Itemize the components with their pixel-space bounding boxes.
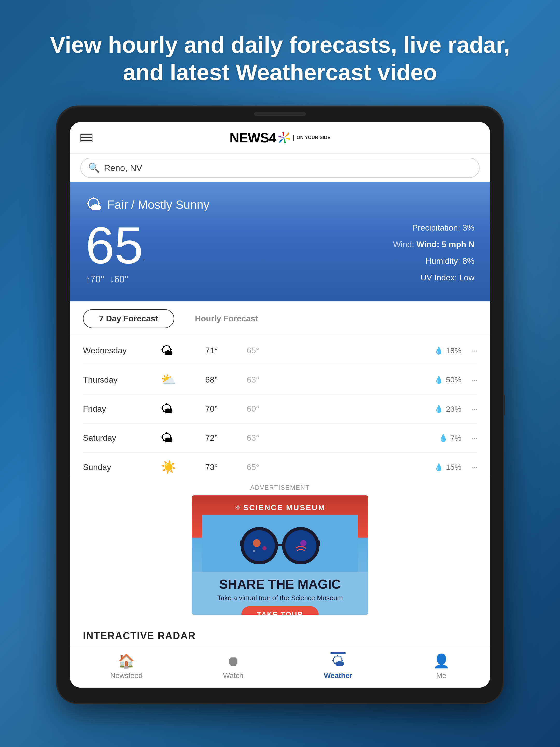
weather-label: Weather <box>324 671 352 680</box>
day-more-options[interactable]: ··· <box>461 404 477 414</box>
day-high-temp: 68° <box>187 375 218 385</box>
day-low-temp: 60° <box>228 404 259 414</box>
weather-condition-icon: 🌤 <box>85 195 102 214</box>
ad-section: ADVERTISEMENT ⚛ SCIENCE MUSEUM <box>70 476 490 622</box>
weather-active-bar <box>330 652 346 654</box>
weather-hero: 🌤 Fair / Mostly Sunny 65° ↑70° ↓60° Prec… <box>70 182 490 301</box>
svg-point-4 <box>253 550 256 552</box>
condition-label: Fair / Mostly Sunny <box>107 198 210 212</box>
day-precip: 💧15% <box>259 463 461 471</box>
weather-stats: Precipitation: 3% Wind: Wind: 5 mph N Hu… <box>393 220 475 286</box>
ad-label: ADVERTISEMENT <box>78 484 482 491</box>
me-icon: 👤 <box>433 653 450 669</box>
nav-item-watch[interactable]: ⏺ Watch <box>223 653 243 680</box>
ad-atom-icon: ⚛ <box>235 504 243 512</box>
nav-item-weather[interactable]: 🌤 Weather <box>324 653 352 680</box>
day-more-options[interactable]: ··· <box>461 346 477 355</box>
wind-stat: Wind: Wind: 5 mph N <box>393 236 475 253</box>
day-low-temp: 63° <box>228 433 259 443</box>
ad-cta-button[interactable]: TAKE TOUR <box>241 606 319 615</box>
day-precip: 💧50% <box>259 375 461 384</box>
day-high-temp: 72° <box>187 433 218 443</box>
uv-stat: UV Index: Low <box>393 269 475 286</box>
hi-lo-temps: ↑70° ↓60° <box>85 274 145 285</box>
temp-low: 60° <box>114 274 128 285</box>
precipitation-stat: Precipitation: 3% <box>393 220 475 236</box>
forecast-row[interactable]: Friday 🌤 70° 60° 💧23% ··· <box>83 394 477 423</box>
forecast-row[interactable]: Wednesday 🌤 71° 65° 💧18% ··· <box>83 336 477 365</box>
glasses-illustration <box>236 522 324 564</box>
hamburger-line1 <box>81 134 92 135</box>
day-more-options[interactable]: ··· <box>461 462 477 472</box>
tab-7day[interactable]: 7 Day Forecast <box>83 309 174 328</box>
day-precip: 💧18% <box>259 346 461 355</box>
tab-hourly[interactable]: Hourly Forecast <box>195 314 258 324</box>
ad-top-section: ⚛ SCIENCE MUSEUM <box>202 503 358 515</box>
svg-point-2 <box>253 539 261 547</box>
tablet-frame: NEWS4 ON YOUR SIDE 🔍 Reno, NV <box>57 107 503 703</box>
ad-banner[interactable]: ⚛ SCIENCE MUSEUM <box>192 495 368 615</box>
humidity-stat: Humidity: 8% <box>393 253 475 269</box>
me-label: Me <box>436 671 447 680</box>
svg-point-7 <box>300 540 306 546</box>
raindrop-icon: 💧 <box>439 434 448 442</box>
temp-details-row: 65° ↑70° ↓60° Precipitation: 3% Wind: Wi… <box>85 220 475 286</box>
search-input-wrap[interactable]: 🔍 Reno, NV <box>80 158 480 178</box>
hamburger-line3 <box>81 140 92 141</box>
app-header: NEWS4 ON YOUR SIDE <box>70 122 490 154</box>
big-temperature: 65° <box>85 220 145 271</box>
nav-item-me[interactable]: 👤 Me <box>433 653 450 680</box>
condition-row: 🌤 Fair / Mostly Sunny <box>85 195 475 214</box>
day-precip: 💧7% <box>259 434 461 442</box>
hamburger-line2 <box>81 137 92 138</box>
newsfeed-icon: 🏠 <box>118 653 135 669</box>
forecast-row[interactable]: Saturday 🌤 72° 63° 💧7% ··· <box>83 423 477 453</box>
temp-number: 65 <box>85 216 143 274</box>
radar-section: INTERACTIVE RADAR <box>70 622 490 647</box>
day-low-temp: 65° <box>228 346 259 355</box>
day-high-temp: 73° <box>187 462 218 472</box>
forecast-tabs: 7 Day Forecast Hourly Forecast <box>70 301 490 336</box>
forecast-row[interactable]: Sunday ☀️ 73° 65° 💧15% ··· <box>83 453 477 476</box>
hamburger-button[interactable] <box>80 134 93 142</box>
watch-icon: ⏺ <box>226 653 240 669</box>
day-more-options[interactable]: ··· <box>461 433 477 443</box>
newsfeed-label: Newsfeed <box>110 671 142 680</box>
raindrop-icon: 💧 <box>434 463 443 471</box>
logo-on-your-side-text: ON YOUR SIDE <box>293 135 330 140</box>
day-weather-icon: 🌤 <box>161 343 187 358</box>
day-name: Sunday <box>83 462 161 472</box>
search-icon: 🔍 <box>88 162 100 173</box>
day-weather-icon: ☀️ <box>161 460 187 474</box>
forecast-row[interactable]: Thursday ⛅ 68° 63° 💧50% ··· <box>83 365 477 394</box>
ad-glasses-area <box>202 515 358 572</box>
day-name: Wednesday <box>83 346 161 355</box>
forecast-rows: Wednesday 🌤 71° 65° 💧18% ··· Thursday ⛅ … <box>70 336 490 476</box>
ad-text-area: SHARE THE MAGIC Take a virtual tour of t… <box>192 572 368 615</box>
raindrop-icon: 💧 <box>434 405 443 413</box>
day-precip: 💧23% <box>259 405 461 413</box>
ad-headline: SHARE THE MAGIC <box>219 577 341 592</box>
weather-icon: 🌤 <box>331 653 345 669</box>
day-high-temp: 71° <box>187 346 218 355</box>
day-more-options[interactable]: ··· <box>461 375 477 385</box>
day-high-temp: 70° <box>187 404 218 414</box>
day-weather-icon: 🌤 <box>161 402 187 416</box>
day-low-temp: 65° <box>228 462 259 472</box>
raindrop-icon: 💧 <box>434 376 443 384</box>
logo-news4-text: NEWS4 <box>230 130 276 146</box>
bottom-nav: 🏠 Newsfeed ⏺ Watch 🌤 Weather 👤 Me <box>70 647 490 688</box>
svg-point-6 <box>285 530 316 561</box>
nav-item-newsfeed[interactable]: 🏠 Newsfeed <box>110 653 142 680</box>
headline-line2: and latest Weathercast video <box>123 59 437 85</box>
watch-label: Watch <box>223 671 243 680</box>
day-weather-icon: ⛅ <box>161 372 187 387</box>
ad-sub-text: Take a virtual tour of the Science Museu… <box>217 594 343 602</box>
page-headline: View hourly and daily forecasts, live ra… <box>8 0 552 107</box>
day-weather-icon: 🌤 <box>161 431 187 445</box>
ad-museum-name: SCIENCE MUSEUM <box>243 503 325 512</box>
headline-line1: View hourly and daily forecasts, live ra… <box>50 32 510 58</box>
radar-title: INTERACTIVE RADAR <box>83 630 477 641</box>
degree-symbol: ° <box>143 259 144 262</box>
search-bar: 🔍 Reno, NV <box>70 154 490 182</box>
